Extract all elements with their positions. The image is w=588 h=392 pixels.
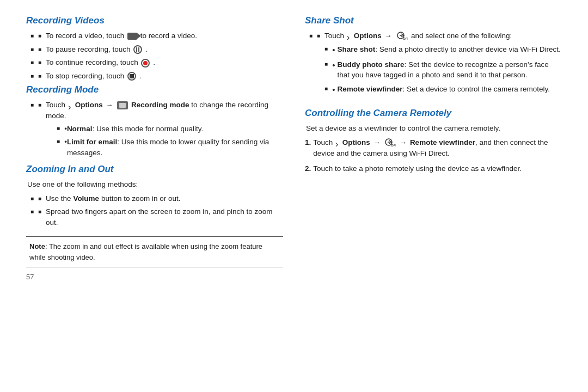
step-text: Touch Options → OFF → Remote viewfinder,… xyxy=(313,137,562,160)
record-icon xyxy=(127,33,137,40)
sub-list-item: •Buddy photo share: Set the device to re… xyxy=(324,59,562,81)
controlling-intro: Set a device as a viewfinder to control … xyxy=(305,123,562,134)
list-item-text: Touch Options → OFF and select one of th… xyxy=(324,30,562,98)
mode-icon xyxy=(117,101,128,109)
share-shot-title: Share Shot xyxy=(305,15,562,26)
bullet-icon: ■ xyxy=(38,101,41,109)
list-item: ■ Spread two fingers apart on the screen… xyxy=(30,206,283,228)
two-col-layout: Recording Videos ■ To record a video, to… xyxy=(26,15,562,379)
left-column: Recording Videos ■ To record a video, to… xyxy=(26,15,283,379)
share-off-icon-2: OFF xyxy=(384,138,396,147)
recording-videos-title: Recording Videos xyxy=(26,15,283,26)
list-item: ■ To continue recording, touch . xyxy=(30,57,283,68)
svg-text:OFF: OFF xyxy=(403,37,408,40)
bullet-icon: ■ xyxy=(38,59,41,67)
note-box: Note: The zoom in and out effect is avai… xyxy=(26,236,283,267)
controlling-section: Controlling the Camera Remotely Set a de… xyxy=(305,108,562,177)
list-item: 2. Touch to take a photo remotely using … xyxy=(305,163,562,174)
zooming-intro: Use one of the following methods: xyxy=(26,179,283,190)
list-item-text: To pause recording, touch . xyxy=(46,44,148,55)
list-item-text: Spread two fingers apart on the screen t… xyxy=(46,206,283,228)
list-item-text: To continue recording, touch . xyxy=(46,57,155,68)
bullet-icon: ■ xyxy=(38,208,41,216)
list-item: ■ To stop recording, touch . xyxy=(30,71,283,82)
bullet-icon: ■ xyxy=(38,72,41,81)
zooming-section: Zooming In and Out Use one of the follow… xyxy=(26,164,283,231)
sub-list-item: •Share shot: Send a photo directly to an… xyxy=(324,44,562,56)
controlling-title: Controlling the Camera Remotely xyxy=(305,108,562,119)
list-item: ■ Use the Volume button to zoom in or ou… xyxy=(30,193,283,204)
bullet-icon: ■ xyxy=(38,46,41,54)
chevron-icon xyxy=(68,102,72,109)
chevron-icon xyxy=(335,139,340,146)
chevron-icon xyxy=(347,33,351,39)
share-off-icon: OFF xyxy=(396,32,408,40)
list-item-text: Touch Options → Recording mode to change… xyxy=(46,100,283,161)
stop-icon xyxy=(127,72,136,81)
share-shot-section: Share Shot ■ Touch Options → OFF xyxy=(305,15,562,101)
page-number: 57 xyxy=(26,270,283,281)
share-shot-list: ■ Touch Options → OFF xyxy=(305,30,562,98)
note-label: Note: The zoom in and out effect is avai… xyxy=(29,242,262,261)
page-container: Recording Videos ■ To record a video, to… xyxy=(0,0,588,392)
recording-mode-sub-list: • Normal: Use this mode for normal quali… xyxy=(46,124,283,158)
list-item: ■ To record a video, touch to record a v… xyxy=(30,30,283,41)
list-item-text: To stop recording, touch . xyxy=(46,71,141,82)
zooming-title: Zooming In and Out xyxy=(26,164,283,175)
step-number: 1. xyxy=(305,137,311,148)
step-number: 2. xyxy=(305,163,311,174)
recording-mode-list: ■ Touch Options → Recording mode to chan… xyxy=(26,100,283,161)
list-item: ■ Touch Options → Recording mode to chan… xyxy=(30,100,283,161)
bullet-icon: ■ xyxy=(38,195,41,203)
right-column: Share Shot ■ Touch Options → OFF xyxy=(305,15,562,379)
controlling-steps-list: 1. Touch Options → OFF xyxy=(305,137,562,175)
share-shot-sub-list: •Share shot: Send a photo directly to an… xyxy=(324,44,562,96)
list-item-text: To record a video, touch to record a vid… xyxy=(46,30,197,41)
continue-icon xyxy=(141,59,150,68)
list-item-text: Use the Volume button to zoom in or out. xyxy=(46,193,180,204)
bullet-icon: ■ xyxy=(38,32,41,40)
pause-icon xyxy=(133,45,142,54)
recording-videos-list: ■ To record a video, touch to record a v… xyxy=(26,30,283,81)
list-item: 1. Touch Options → OFF xyxy=(305,137,562,160)
recording-mode-section: Recording Mode ■ Touch Options → Recordi… xyxy=(26,84,283,164)
recording-videos-section: Recording Videos ■ To record a video, to… xyxy=(26,15,283,84)
svg-text:OFF: OFF xyxy=(391,144,396,147)
step-text: Touch to take a photo remotely using the… xyxy=(313,163,522,174)
recording-mode-title: Recording Mode xyxy=(26,84,283,95)
sub-list-item: • Normal: Use this mode for normal quali… xyxy=(57,124,283,134)
bullet-icon: ■ xyxy=(317,32,320,40)
sub-list-item: • Limit for email: Use this mode to lowe… xyxy=(57,137,283,158)
list-item: ■ To pause recording, touch . xyxy=(30,44,283,55)
list-item: ■ Touch Options → OFF xyxy=(309,30,562,98)
zooming-list: ■ Use the Volume button to zoom in or ou… xyxy=(26,193,283,228)
sub-list-item: •Remote viewfinder: Set a device to cont… xyxy=(324,84,562,96)
